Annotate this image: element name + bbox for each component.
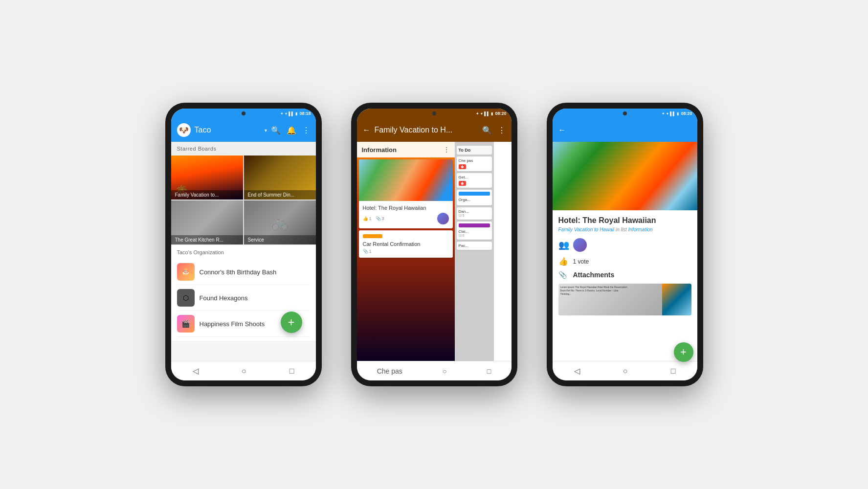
bt-icon-3: ✦ bbox=[662, 111, 665, 116]
attachment-thumbnail[interactable]: Lorem ipsum The Royal Hawaiian Hotel Boo… bbox=[558, 284, 691, 315]
wifi-icon-3: ▾ bbox=[667, 111, 668, 116]
todo-card-3[interactable]: Orga... bbox=[457, 190, 492, 205]
like-number: 1 bbox=[369, 216, 372, 221]
detail-fab[interactable]: + bbox=[674, 342, 693, 361]
bluetooth-icon: ✦ bbox=[280, 111, 284, 116]
nav-recents-2[interactable]: □ bbox=[487, 367, 491, 375]
hotel-title: Hotel: The Royal Hawaiian bbox=[558, 216, 691, 225]
rental-meta: 📎 1 bbox=[363, 249, 449, 254]
org-item-1[interactable]: 🎂 Connor's 8th Birthday Bash bbox=[177, 259, 310, 285]
more-icon[interactable]: ⋮ bbox=[302, 126, 310, 135]
phone-screen-2: ✦ ▾ ▌▌ ▮ 08:20 ← Family Vacation to H...… bbox=[357, 109, 512, 380]
nav-home-1[interactable]: ○ bbox=[242, 367, 246, 376]
back-button-3[interactable]: ← bbox=[558, 126, 566, 134]
hotel-subtitle: Family Vacation to Hawaii in list Inform… bbox=[558, 227, 691, 232]
nav-back-3[interactable]: ◁ bbox=[574, 366, 580, 376]
todo-card-2[interactable]: Get... ⏰ bbox=[457, 173, 492, 188]
like-icon: 👍 bbox=[363, 216, 368, 221]
attach-icon: 📎 bbox=[376, 216, 381, 221]
signal-icon-3: ▌▌ bbox=[670, 111, 675, 116]
board-tile-3[interactable]: The Great Kitchen R... bbox=[171, 200, 243, 244]
attachments-row: 📎 Attachments bbox=[558, 271, 691, 279]
hotel-card[interactable]: Hotel: The Royal Hawaiian 👍 1 📎 3 bbox=[359, 159, 453, 228]
app-bar-1: 🐶 Taco ▾ 🔍 🔔 ⋮ bbox=[171, 118, 316, 142]
hotel-card-meta: 👍 1 📎 3 bbox=[363, 213, 449, 224]
hotel-card-body: Hotel: The Royal Hawaiian 👍 1 📎 3 bbox=[359, 201, 453, 228]
board-grid: 🌴 Family Vacation to... End of Summer Di… bbox=[171, 156, 316, 244]
header-icons-1[interactable]: 🔍 🔔 ⋮ bbox=[271, 126, 310, 135]
phone-camera-2 bbox=[432, 111, 436, 115]
thumb-hotel-img bbox=[662, 284, 691, 315]
overdue-badge-1: ⏰ bbox=[459, 164, 466, 169]
nav-recents-3[interactable]: □ bbox=[671, 367, 676, 376]
rental-attach: 📎 1 bbox=[363, 249, 372, 254]
app-title-2: Family Vacation to H... bbox=[375, 126, 478, 134]
nav-recents-1[interactable]: □ bbox=[289, 367, 294, 376]
todo-check-4: ☑ 5 bbox=[459, 214, 490, 218]
board-name-link[interactable]: Family Vacation to Hawaii bbox=[558, 227, 615, 232]
phone1-content: Starred Boards 🌴 Family Vacation to... E… bbox=[171, 142, 316, 361]
status-icons-3: ✦ ▾ ▌▌ ▮ bbox=[662, 111, 679, 116]
rental-orange-label bbox=[363, 234, 382, 238]
rental-card-body: Car Rental Confirmation 📎 1 bbox=[359, 230, 453, 258]
list-name-link[interactable]: Information bbox=[628, 227, 653, 232]
list-more-icon[interactable]: ⋮ bbox=[443, 146, 450, 154]
todo-header: To Do bbox=[457, 146, 492, 155]
board-tile-2[interactable]: End of Summer Din... bbox=[244, 156, 316, 200]
bottom-nav-2: Che pas ○ □ bbox=[357, 361, 512, 380]
nav-back-1[interactable]: ◁ bbox=[193, 366, 199, 376]
blue-bar bbox=[459, 192, 490, 196]
wifi-icon: ▾ bbox=[285, 111, 287, 116]
header-icons-2[interactable]: 🔍 ⋮ bbox=[482, 126, 506, 135]
fab-add[interactable]: + bbox=[281, 311, 302, 333]
thumb-text-content: Lorem ipsum The Royal Hawaiian Hotel Boo… bbox=[560, 286, 629, 296]
todo-text-4: Dan... bbox=[459, 209, 490, 214]
thumb-icon[interactable]: 👍 bbox=[558, 257, 568, 266]
vote-row: 👍 1 vote bbox=[558, 257, 691, 266]
search-icon-2[interactable]: 🔍 bbox=[482, 126, 492, 135]
bell-icon[interactable]: 🔔 bbox=[287, 126, 296, 135]
phone-screen-1: ✦ ▾ ▌▌ ▮ 08:18 🐶 Taco ▾ 🔍 🔔 ⋮ Starred Bo… bbox=[171, 109, 316, 380]
phone-camera-1 bbox=[242, 111, 245, 115]
org-icon-birthday: 🎂 bbox=[177, 263, 195, 281]
board-tile-1[interactable]: 🌴 Family Vacation to... bbox=[171, 156, 243, 200]
search-icon[interactable]: 🔍 bbox=[271, 126, 281, 135]
battery-icon: ▮ bbox=[295, 111, 297, 116]
board-tile-label-1: Family Vacation to... bbox=[171, 190, 243, 200]
phone-camera-3 bbox=[623, 111, 627, 115]
nav-back-2[interactable]: Che pas bbox=[377, 367, 402, 375]
nav-home-2[interactable]: ○ bbox=[443, 367, 446, 375]
board-tile-label-2: End of Summer Din... bbox=[244, 190, 316, 200]
board-tile-4[interactable]: 🚲 Service bbox=[244, 200, 316, 244]
phone-3: ✦ ▾ ▌▌ ▮ 08:20 ← Hotel: The Royal Hawaii… bbox=[547, 103, 703, 386]
signal-icon-2: ▌▌ bbox=[484, 111, 490, 116]
member-avatar bbox=[573, 238, 587, 252]
attach-number: 3 bbox=[382, 216, 384, 221]
in-list-text: in list bbox=[616, 227, 628, 232]
status-time-2: 08:20 bbox=[495, 111, 506, 116]
todo-text-5: Clai... bbox=[459, 229, 490, 234]
phone-2: ✦ ▾ ▌▌ ▮ 08:20 ← Family Vacation to H...… bbox=[351, 103, 517, 386]
todo-text-3: Orga... bbox=[459, 198, 490, 202]
nav-home-3[interactable]: ○ bbox=[623, 367, 628, 376]
dropdown-icon: ▾ bbox=[265, 128, 267, 133]
back-button-2[interactable]: ← bbox=[363, 126, 371, 134]
taco-avatar: 🐶 bbox=[177, 123, 191, 137]
bottom-nav-1: ◁ ○ □ bbox=[171, 361, 316, 380]
phone-1: ✦ ▾ ▌▌ ▮ 08:18 🐶 Taco ▾ 🔍 🔔 ⋮ Starred Bo… bbox=[165, 103, 322, 386]
todo-card-4[interactable]: Dan... ☑ 5 bbox=[457, 207, 492, 220]
bt-icon-2: ✦ bbox=[476, 111, 479, 116]
purple-bar bbox=[459, 223, 490, 227]
starred-boards-label: Starred Boards bbox=[171, 142, 316, 156]
todo-card-1[interactable]: Che pas ⏰ bbox=[457, 156, 492, 171]
rental-card-title: Car Rental Confirmation bbox=[363, 241, 449, 247]
todo-card-5[interactable]: Clai... ☑ 0 bbox=[457, 222, 492, 240]
rental-card[interactable]: Car Rental Confirmation 📎 1 bbox=[359, 230, 453, 258]
org-item-2[interactable]: ⬡ Found Hexagons bbox=[177, 285, 310, 311]
todo-card-6[interactable]: Pac... bbox=[457, 242, 492, 250]
more-icon-2[interactable]: ⋮ bbox=[498, 126, 506, 135]
info-list-title: Information bbox=[362, 146, 397, 154]
todo-column: To Do Che pas ⏰ Get... ⏰ bbox=[455, 142, 494, 361]
app-bar-2: ← Family Vacation to H... 🔍 ⋮ bbox=[357, 118, 512, 142]
info-column: Information ⋮ Hotel: The Royal Hawaiian … bbox=[357, 142, 455, 361]
